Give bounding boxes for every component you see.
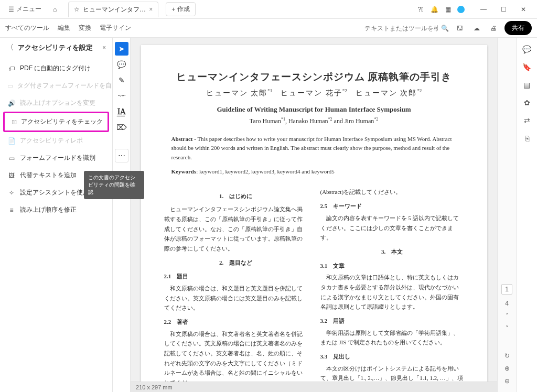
zoom-out-icon[interactable]: ⊖	[504, 377, 510, 385]
refresh-icon[interactable]: ↻	[504, 352, 510, 360]
doc-title-ja: ヒューマンインタフェースシンポジウム 原稿執筆の手引き	[164, 70, 464, 84]
new-tab-label: 作成	[177, 5, 190, 14]
erase-icon[interactable]: ⌦	[115, 121, 128, 134]
esign-tool[interactable]: 電子サイン	[100, 24, 131, 32]
document-area[interactable]: ヒューマンインタフェースシンポジウム 原稿執筆の手引き ヒューマン 太郎*1 ヒ…	[131, 38, 497, 392]
para: 和文原稿の場合は、和文著者名と英文著者名を併記してください。英文原稿の場合には英…	[164, 329, 308, 388]
doc-column-left: 1. はじめに ヒューマンインタフェースシンポジウム論文集へ掲載する原稿は、この…	[164, 187, 308, 392]
highlight-icon[interactable]: ✎	[115, 73, 128, 87]
vertical-toolbar: ➤ 💬 ✎ 〰 I̲A̲ ⌦ ⋯	[113, 38, 131, 392]
panel-item-5[interactable]: ▭フォームフィールドを識別	[0, 149, 112, 167]
sec-3: 3. 本文	[320, 247, 464, 257]
page-down-icon[interactable]: ˅	[506, 325, 509, 332]
stamp-icon[interactable]: ✿	[522, 97, 532, 108]
search-box[interactable]: 🔍	[364, 25, 449, 32]
doc-authors-en: Taro Human*1, Hanako Human*2 and Jiro Hu…	[164, 117, 464, 125]
search-input[interactable]	[364, 25, 438, 32]
panel-item-3[interactable]: ✓⃝アクセシビリティをチェック	[5, 113, 108, 130]
doc-title-en: Guideline of Writing Manuscript for Huma…	[164, 105, 464, 114]
back-icon[interactable]: 〈	[6, 43, 14, 52]
para: 学術用語は原則として文部省編の「学術用語集」、または JIS で制定されたものを…	[320, 328, 464, 347]
doc-authors-ja: ヒューマン 太郎*1 ヒューマン 花子*2 ヒューマン 次郎*2	[164, 88, 464, 98]
all-tools[interactable]: すべてのツール	[5, 24, 49, 32]
sub-33: 3.3 見出し	[320, 352, 464, 362]
help-icon[interactable]: ?⃝	[416, 5, 425, 14]
para: ヒューマンインタフェースシンポジウム論文集へ掲載する原稿は、この「原稿執筆の手引…	[164, 204, 308, 253]
maximize-button[interactable]: ☐	[494, 2, 513, 17]
para: 和文原稿の場合は、和文題目と英文題目を併記してください。英文原稿の場合には英文題…	[164, 284, 308, 313]
search-icon: 🔍	[441, 25, 449, 32]
edit-tool[interactable]: 編集	[58, 24, 70, 32]
doc-column-right: (Abstract)を記載してください。 2.5 キーワード 論文の内容を表すキ…	[320, 187, 464, 392]
menu-button[interactable]: ☰ メニュー	[4, 3, 46, 16]
convert-tool[interactable]: 変換	[79, 24, 91, 32]
text-icon[interactable]: I̲A̲	[115, 105, 128, 118]
panel-item-0[interactable]: 🏷PDF に自動的にタグ付け	[0, 60, 112, 77]
new-tab-button[interactable]: + 作成	[166, 2, 196, 16]
pages-icon[interactable]: ▤	[522, 80, 532, 90]
bell-icon[interactable]: 🔔	[430, 5, 438, 14]
print-icon[interactable]: 🖨	[488, 23, 499, 34]
status-bar: 210 x 297 mm	[131, 382, 497, 392]
close-tab-icon[interactable]: ×	[149, 6, 153, 13]
panel-item-label: フォームフィールドを識別	[20, 154, 95, 162]
document-tab[interactable]: ☆ ヒューマンインタフェースシ... ×	[68, 2, 158, 17]
account-avatar[interactable]	[457, 6, 465, 13]
panel-item-label: アクセシビリティレポ	[20, 136, 83, 145]
minimize-button[interactable]: —	[474, 2, 493, 17]
panel-item-label: PDF に自動的にタグ付け	[20, 64, 91, 73]
home-button[interactable]: ⌂	[49, 4, 61, 15]
right-rail: 💬 🔖 ▤ ✿ ⇄ ⎘	[516, 38, 537, 392]
share-button[interactable]: 共有	[504, 21, 532, 35]
panel-item-1: ▭タグ付きフォームフィールドを自動的	[0, 77, 112, 94]
apps-icon[interactable]: ▦	[444, 5, 452, 14]
draw-icon[interactable]: 〰	[115, 89, 128, 103]
sub-31: 3.1 文章	[320, 261, 464, 271]
sec-2: 2. 題目など	[164, 258, 308, 268]
panel-item-label: 読み上げオプションを変更	[20, 99, 95, 107]
bookmark-icon[interactable]: 🔖	[522, 62, 532, 72]
panel-item-icon: ▭	[7, 155, 16, 162]
panel-item-8[interactable]: ≡読み上げ順序を修正	[0, 201, 112, 219]
more-tools-icon[interactable]: ⋯	[115, 149, 128, 162]
chat-icon[interactable]: 💬	[522, 44, 532, 55]
panel-item-icon: 🔊	[7, 100, 16, 107]
menu-label: メニュー	[16, 5, 41, 14]
panel-item-icon: ▭	[7, 82, 13, 90]
page-size: 210 x 297 mm	[136, 384, 173, 390]
close-window-button[interactable]: ✕	[514, 2, 533, 17]
sub-25: 2.5 キーワード	[320, 201, 464, 211]
cloud-icon[interactable]: ☁	[471, 23, 482, 34]
sec-1: 1. はじめに	[164, 191, 308, 201]
hamburger-icon: ☰	[8, 6, 14, 13]
panel-close-icon[interactable]: ×	[102, 44, 106, 51]
panel-item-label: タグ付きフォームフィールドを自動的	[17, 81, 112, 90]
panel-item-icon: 📄	[7, 137, 16, 145]
panel-item-icon: ✓⃝	[12, 118, 17, 126]
sub-22: 2.2 著者	[164, 317, 308, 327]
para: 論文の内容を表すキーワードを 5 語以内で記載してください。ここには少しの文章を…	[320, 213, 464, 243]
left-panel: 〈 アクセシビリティを設定 × 🏷PDF に自動的にタグ付け▭タグ付きフォームフ…	[0, 38, 113, 392]
panel-item-icon: ✧	[7, 189, 16, 197]
save-icon[interactable]: 🖫	[454, 23, 466, 34]
panel-title: アクセシビリティを設定	[18, 43, 98, 52]
page-up-icon[interactable]: ˄	[506, 312, 509, 320]
doc-abstract: Abstract - This paper describes how to w…	[171, 135, 457, 162]
para: 和文原稿の文章は口語体とし、特に英文もしくはカタカナ書きを必要とする部分以外は、…	[320, 273, 464, 312]
sub-32: 3.2 用語	[320, 316, 464, 326]
home-icon: ⌂	[53, 6, 57, 13]
total-pages: 4	[505, 300, 509, 307]
comment-icon[interactable]: 💬	[115, 58, 128, 71]
page-navigator: 1 4 ˄ ˅ ↻ ⊕ ⊖	[497, 38, 516, 392]
panel-item-4: 📄アクセシビリティレポ	[0, 132, 112, 149]
export-icon[interactable]: ⎘	[522, 133, 532, 144]
panel-item-2: 🔊読み上げオプションを変更	[0, 94, 112, 112]
panel-item-icon: 🖼	[7, 172, 16, 179]
panel-item-label: アクセシビリティをチェック	[21, 117, 103, 126]
current-page[interactable]: 1	[501, 284, 512, 295]
doc-keywords: Keywords: keyword1, keyword2, keyword3, …	[171, 168, 457, 175]
panel-item-label: 設定アシスタントを使用	[20, 188, 89, 197]
select-tool-icon[interactable]: ➤	[115, 42, 128, 56]
shuffle-icon[interactable]: ⇄	[522, 115, 532, 126]
zoom-in-icon[interactable]: ⊕	[504, 365, 510, 372]
